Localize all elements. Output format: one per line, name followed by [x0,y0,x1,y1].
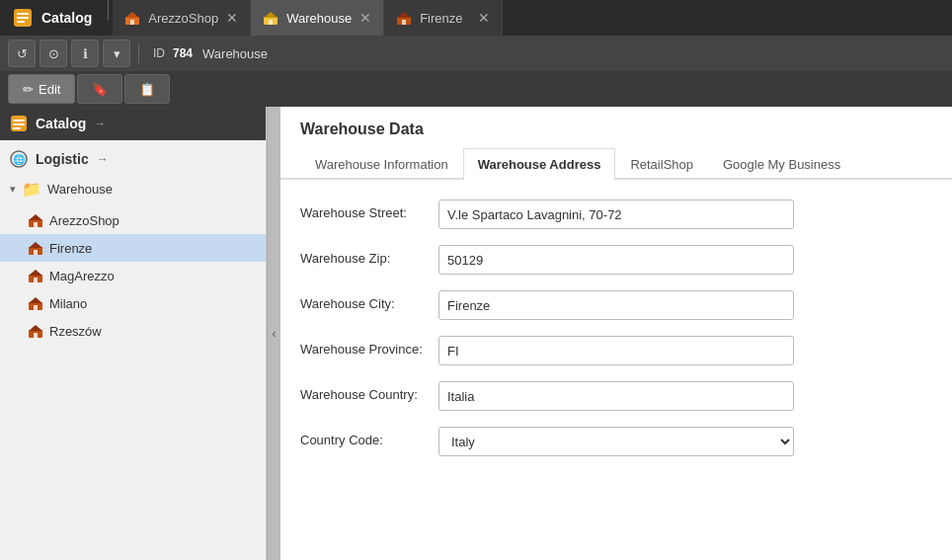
collapse-arrow-icon: ▾ [10,183,16,196]
app-logo-label: Catalog [41,10,92,26]
secondary-toolbar: ↺ ⊙ ℹ ▾ ID 784 Warehouse [0,36,952,71]
province-input[interactable] [438,336,794,365]
folder-icon: 📁 [22,180,41,199]
svg-rect-12 [402,20,406,25]
warehouse-item-icon-firenze [28,240,43,256]
svg-text:🌐: 🌐 [13,153,26,166]
svg-marker-5 [125,12,139,18]
svg-rect-15 [13,123,25,125]
country-code-label: Country Code: [300,427,429,449]
svg-marker-26 [29,270,42,276]
arezzoShop-close-btn[interactable]: ✕ [226,11,238,25]
action-tab-clipboard[interactable]: 📋 [124,74,170,104]
edit-tab-label: Edit [39,82,60,97]
country-input[interactable] [438,381,794,411]
svg-marker-11 [397,12,411,18]
main-area: Catalog → 🌐 Logistic → ▾ 📁 Warehouse [0,107,952,560]
content-tab-address[interactable]: Warehouse Address [463,148,616,180]
sidebar-item-firenze[interactable]: Firenze [0,234,266,262]
sidebar-item-rzeszow[interactable]: Rzeszów [0,317,266,345]
collapse-panel-button[interactable]: ‹ [267,107,280,560]
logistic-label: Logistic [36,151,89,167]
form-row-country-code: Country Code: Italy Germany France Spain… [300,427,932,456]
country-code-select[interactable]: Italy Germany France Spain USA [438,427,794,456]
location-button[interactable]: ⊙ [40,40,67,67]
svg-marker-29 [29,297,42,303]
catalog-sidebar-icon [10,115,28,132]
content-tabs: Warehouse Information Warehouse Address … [280,148,952,180]
toolbar-name: Warehouse [202,46,268,61]
svg-marker-32 [29,325,42,331]
sidebar-item-arezzoShop-label: ArezzoShop [49,213,119,228]
warehouse-close-btn[interactable]: ✕ [359,11,371,25]
svg-rect-14 [13,120,25,121]
top-tabbar: Catalog ArezzoShop ✕ Warehouse ✕ Firenze… [0,0,952,36]
zip-input[interactable] [438,245,794,275]
content-panel: Warehouse Data Warehouse Information War… [280,107,952,560]
sidebar: Catalog → 🌐 Logistic → ▾ 📁 Warehouse [0,107,267,560]
sidebar-item-magArezzo[interactable]: MagArezzo [0,262,266,289]
app-logo[interactable]: Catalog [0,0,104,36]
firenze-tab-label: Firenze [420,11,470,26]
action-tab-edit[interactable]: ✏ Edit [8,74,75,104]
street-label: Warehouse Street: [300,200,429,222]
svg-rect-16 [13,127,21,129]
logistic-arrow-icon: → [97,152,109,166]
refresh-button[interactable]: ↺ [8,40,36,67]
street-input[interactable] [438,200,794,229]
svg-marker-8 [264,12,278,18]
action-tab-bookmark[interactable]: 🔖 [77,74,122,104]
svg-rect-24 [34,250,38,255]
sidebar-warehouse-group[interactable]: ▾ 📁 Warehouse [0,172,266,206]
bookmark-icon: 🔖 [92,82,108,97]
dropdown-button[interactable]: ▾ [103,40,130,67]
city-input[interactable] [438,290,794,320]
arezzoShop-tab-label: ArezzoShop [148,11,218,26]
warehouse-item-icon [28,212,43,228]
content-title: Warehouse Data [280,107,952,148]
logistic-header[interactable]: 🌐 Logistic → [0,140,266,172]
form-row-street: Warehouse Street: [300,200,932,229]
svg-rect-6 [130,20,134,25]
action-tabs: ✏ Edit 🔖 📋 [0,71,952,107]
svg-rect-9 [269,20,273,25]
form-row-zip: Warehouse Zip: [300,245,932,275]
form-row-province: Warehouse Province: [300,336,932,365]
arezzoShop-tab-icon [124,10,140,26]
svg-rect-21 [34,222,38,227]
sidebar-catalog-header[interactable]: Catalog → [0,107,266,140]
content-tab-info[interactable]: Warehouse Information [300,148,463,180]
sidebar-item-arezzoShop[interactable]: ArezzoShop [0,206,266,234]
form-row-city: Warehouse City: [300,290,932,320]
zip-label: Warehouse Zip: [300,245,429,268]
sidebar-item-milano-label: Milano [49,296,87,311]
content-tab-retailShop[interactable]: RetailShop [615,148,708,180]
id-value: 784 [173,46,193,60]
city-label: Warehouse City: [300,290,429,313]
firenze-close-btn[interactable]: ✕ [478,11,490,25]
sidebar-item-rzeszow-label: Rzeszów [49,324,102,339]
top-tab-arezzoShop[interactable]: ArezzoShop ✕ [113,0,251,36]
svg-rect-3 [17,21,25,23]
logistic-icon: 🌐 [10,150,28,168]
firenze-tab-icon [396,10,412,26]
catalog-icon [12,7,34,29]
content-tab-googleBusiness[interactable]: Google My Business [708,148,855,180]
svg-marker-23 [29,242,42,248]
svg-rect-2 [17,17,29,19]
sidebar-item-milano[interactable]: Milano [0,289,266,317]
sidebar-item-magArezzo-label: MagArezzo [49,269,115,283]
svg-marker-20 [29,214,42,220]
svg-rect-27 [34,278,38,282]
info-button[interactable]: ℹ [71,40,99,67]
form-area: Warehouse Street: Warehouse Zip: Warehou… [280,180,952,492]
top-tab-firenze[interactable]: Firenze ✕ [384,0,503,36]
catalog-arrow-icon: → [94,117,106,130]
sidebar-item-firenze-label: Firenze [49,241,92,256]
warehouse-item-icon-magArezzo [28,268,43,283]
warehouse-item-icon-milano [28,295,43,311]
svg-rect-33 [34,333,38,338]
edit-icon: ✏ [23,82,34,97]
top-tab-warehouse[interactable]: Warehouse ✕ [251,0,384,36]
country-label: Warehouse Country: [300,381,429,404]
